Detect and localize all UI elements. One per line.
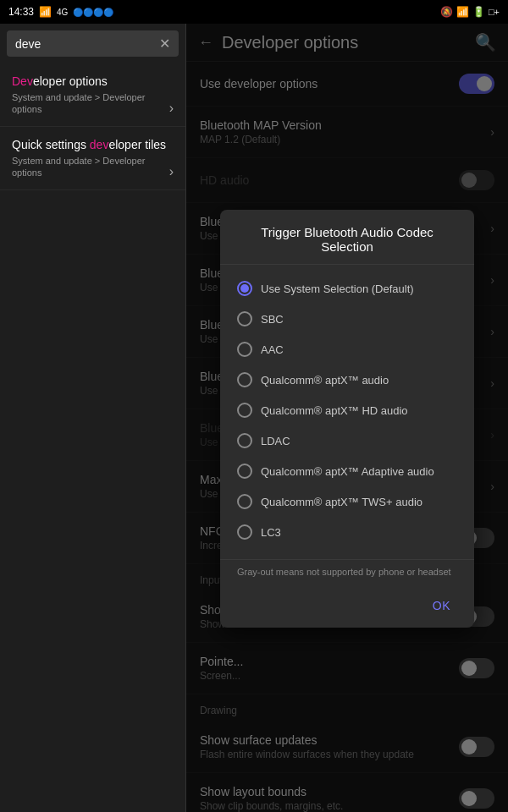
radio-system-default[interactable]: Use System Selection (Default) [237, 273, 457, 304]
radio-ldac[interactable]: LDAC [237, 425, 457, 456]
search-bar[interactable]: deve ✕ [7, 30, 179, 57]
radio-circle-aptx [237, 372, 252, 387]
radio-circle-sbc [237, 311, 252, 326]
result-title-developer-options: Developer options [12, 74, 174, 89]
radio-label-aptx: Qualcomm® aptX™ audio [261, 374, 389, 387]
status-left: 14:33 📶 4G 🔵🔵🔵🔵 [8, 6, 113, 18]
radio-circle-aac [237, 342, 252, 357]
radio-label-aptx-tws: Qualcomm® aptX™ TWS+ audio [261, 496, 422, 508]
result-item-developer-options[interactable]: Developer options System and update > De… [0, 63, 185, 127]
radio-label-system-default: Use System Selection (Default) [261, 283, 414, 295]
radio-aac[interactable]: AAC [237, 334, 457, 365]
radio-aptx-hd[interactable]: Qualcomm® aptX™ HD audio [237, 395, 457, 425]
radio-label-aptx-hd: Qualcomm® aptX™ HD audio [261, 404, 408, 417]
result-title-quick-settings: Quick settings developer tiles [12, 137, 174, 152]
radio-sbc[interactable]: SBC [237, 304, 457, 334]
search-clear-icon[interactable]: ✕ [159, 36, 170, 52]
radio-circle-system-default [237, 281, 252, 296]
status-time: 14:33 [8, 6, 34, 18]
app-icons: 🔵🔵🔵🔵 [73, 8, 113, 17]
result-highlight: Dev [12, 74, 33, 88]
result-arrow-icon: › [169, 101, 174, 116]
radio-lc3[interactable]: LC3 [237, 517, 457, 547]
dialog-note: Gray-out means not supported by phone or… [220, 559, 474, 587]
left-panel: deve ✕ Developer options System and upda… [0, 24, 186, 812]
radio-circle-lc3 [237, 524, 252, 540]
radio-circle-aptx-adaptive [237, 464, 252, 479]
dialog-ok-button[interactable]: OK [422, 594, 461, 617]
battery-percent: □+ [489, 7, 500, 17]
radio-label-aac: AAC [261, 343, 284, 356]
radio-circle-aptx-tws [237, 494, 252, 509]
search-results: Developer options System and update > De… [0, 63, 185, 812]
radio-circle-aptx-hd [237, 403, 252, 418]
result-item-quick-settings[interactable]: Quick settings developer tiles System an… [0, 127, 185, 190]
result-subtitle-developer-options: System and update > Developer options [12, 91, 174, 116]
result-subtitle-quick-settings: System and update > Developer options [12, 155, 174, 179]
codec-dialog: Trigger Bluetooth Audio Codec Selection … [220, 210, 474, 628]
status-right: 🔕 📶 🔋 □+ [440, 6, 500, 18]
status-bar: 14:33 📶 4G 🔵🔵🔵🔵 🔕 📶 🔋 □+ [0, 0, 508, 24]
data-icon: 4G [57, 8, 68, 17]
radio-label-aptx-adaptive: Qualcomm® aptX™ Adaptive audio [261, 465, 434, 478]
signal-icon: 📶 [39, 6, 52, 18]
dialog-body: Use System Selection (Default) SBC AAC Q… [220, 265, 474, 556]
result-arrow-icon-2: › [169, 164, 174, 179]
radio-aptx[interactable]: Qualcomm® aptX™ audio [237, 365, 457, 395]
result-highlight-2: dev [90, 138, 109, 151]
dialog-actions: OK [220, 587, 474, 628]
radio-circle-ldac [237, 433, 252, 448]
radio-label-lc3: LC3 [261, 526, 281, 539]
mute-icon: 🔕 [440, 6, 453, 18]
wifi-icon: 📶 [456, 6, 469, 18]
dialog-overlay: Trigger Bluetooth Audio Codec Selection … [186, 24, 508, 812]
battery-icon: 🔋 [472, 6, 485, 18]
radio-aptx-tws[interactable]: Qualcomm® aptX™ TWS+ audio [237, 486, 457, 517]
radio-label-ldac: LDAC [261, 435, 290, 447]
search-input[interactable]: deve [15, 37, 41, 51]
radio-label-sbc: SBC [261, 313, 284, 326]
dialog-title: Trigger Bluetooth Audio Codec Selection [220, 210, 474, 265]
radio-aptx-adaptive[interactable]: Qualcomm® aptX™ Adaptive audio [237, 456, 457, 486]
